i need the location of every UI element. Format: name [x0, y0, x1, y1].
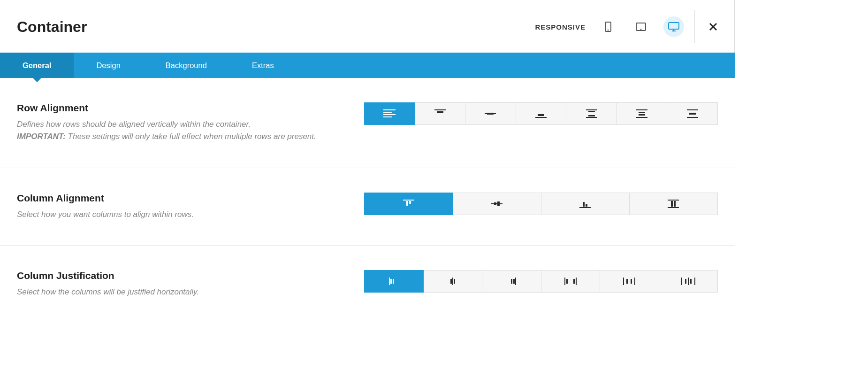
svg-point-3	[640, 29, 641, 30]
justify-end-icon	[505, 276, 518, 286]
tab-background[interactable]: Background	[143, 53, 229, 78]
row-align-space-evenly[interactable]	[667, 102, 718, 125]
column-justification-group	[364, 270, 718, 298]
desktop-icon	[668, 22, 680, 32]
svg-rect-45	[393, 279, 394, 284]
section-row-alignment: Row Alignment Defines how rows should be…	[0, 78, 735, 168]
row-align-space-between[interactable]	[566, 102, 617, 125]
svg-rect-54	[573, 279, 575, 284]
column-alignment-group	[364, 193, 718, 221]
align-stretch-icon	[383, 109, 396, 118]
col-top-icon	[403, 199, 414, 209]
align-space-evenly-icon	[687, 109, 698, 118]
col-justify-space-evenly[interactable]	[659, 270, 718, 293]
close-button[interactable]	[706, 20, 720, 34]
device-tablet-button[interactable]	[631, 16, 651, 37]
col-justify-center[interactable]	[424, 270, 483, 293]
svg-rect-4	[669, 23, 679, 29]
align-center-icon	[485, 109, 496, 118]
svg-rect-44	[390, 279, 392, 284]
col-center-icon	[491, 199, 503, 209]
justify-center-icon	[447, 276, 459, 286]
svg-rect-46	[450, 279, 452, 284]
svg-rect-31	[406, 201, 408, 206]
svg-rect-37	[586, 204, 587, 207]
section-column-justification: Column Justification Select how the colu…	[0, 246, 735, 323]
responsive-group: RESPONSIVE	[535, 16, 684, 37]
row-alignment-group	[364, 102, 718, 143]
svg-rect-36	[583, 202, 585, 207]
col-justify-start[interactable]	[364, 270, 424, 293]
svg-rect-40	[671, 201, 673, 207]
responsive-label: RESPONSIVE	[535, 23, 586, 31]
section-desc: Defines how rows should be aligned verti…	[17, 118, 345, 143]
page-title: Container	[17, 18, 87, 36]
svg-rect-21	[588, 115, 595, 116]
align-top-icon	[434, 109, 446, 118]
row-align-bottom[interactable]	[516, 102, 567, 125]
svg-rect-49	[511, 279, 512, 284]
svg-rect-32	[409, 201, 411, 204]
justify-space-between-icon	[563, 276, 578, 286]
section-title: Column Justification	[17, 270, 345, 281]
align-space-around-icon	[636, 109, 647, 118]
section-title: Row Alignment	[17, 102, 345, 114]
tab-design[interactable]: Design	[74, 53, 143, 78]
col-justify-space-between[interactable]	[541, 270, 601, 293]
row-align-space-around[interactable]	[617, 102, 668, 125]
svg-rect-24	[639, 112, 645, 113]
svg-rect-16	[487, 113, 494, 115]
tab-general[interactable]: General	[0, 53, 74, 78]
device-mobile-button[interactable]	[598, 16, 618, 37]
header: Container RESPONSIVE	[0, 0, 735, 53]
justify-start-icon	[388, 276, 400, 286]
row-align-top[interactable]	[415, 102, 466, 125]
svg-rect-14	[437, 111, 443, 113]
section-desc: Select how the columns will be justified…	[17, 286, 345, 298]
svg-rect-20	[588, 111, 595, 112]
svg-rect-35	[497, 201, 500, 206]
svg-rect-50	[513, 279, 515, 284]
justify-space-around-icon	[622, 276, 636, 286]
svg-rect-34	[494, 202, 496, 205]
col-justify-end[interactable]	[482, 270, 541, 293]
tab-extras[interactable]: Extras	[229, 53, 297, 78]
svg-rect-58	[631, 279, 632, 284]
row-align-center[interactable]	[465, 102, 516, 125]
col-align-bottom[interactable]	[541, 193, 630, 215]
align-space-between-icon	[586, 109, 597, 118]
svg-rect-41	[674, 201, 676, 207]
divider	[694, 10, 695, 43]
device-desktop-button[interactable]	[663, 16, 684, 37]
svg-rect-25	[639, 114, 645, 116]
svg-point-1	[608, 30, 609, 31]
section-title: Column Alignment	[17, 193, 345, 204]
col-bottom-icon	[579, 199, 591, 209]
svg-rect-48	[454, 279, 455, 284]
svg-rect-18	[538, 114, 544, 116]
tabs: General Design Background Extras	[0, 53, 735, 78]
svg-rect-53	[566, 279, 568, 284]
svg-rect-57	[626, 279, 628, 284]
col-align-center[interactable]	[453, 193, 541, 215]
row-align-stretch[interactable]	[364, 102, 415, 125]
section-column-alignment: Column Alignment Select how you want col…	[0, 168, 735, 246]
tab-label: Extras	[252, 61, 274, 70]
tab-label: Background	[166, 61, 207, 70]
justify-space-evenly-icon	[680, 276, 696, 286]
col-align-stretch[interactable]	[630, 193, 718, 215]
tab-label: General	[23, 61, 51, 70]
align-bottom-icon	[535, 109, 547, 118]
close-icon	[708, 22, 718, 31]
col-justify-space-around[interactable]	[600, 270, 659, 293]
svg-rect-63	[690, 279, 692, 284]
svg-rect-61	[685, 279, 686, 284]
tablet-icon	[635, 22, 647, 32]
mobile-icon	[604, 21, 612, 32]
svg-rect-28	[689, 113, 696, 115]
col-stretch-icon	[668, 199, 679, 209]
tab-label: Design	[96, 61, 120, 70]
section-desc: Select how you want columns to align wit…	[17, 209, 345, 221]
col-align-top[interactable]	[364, 193, 453, 215]
